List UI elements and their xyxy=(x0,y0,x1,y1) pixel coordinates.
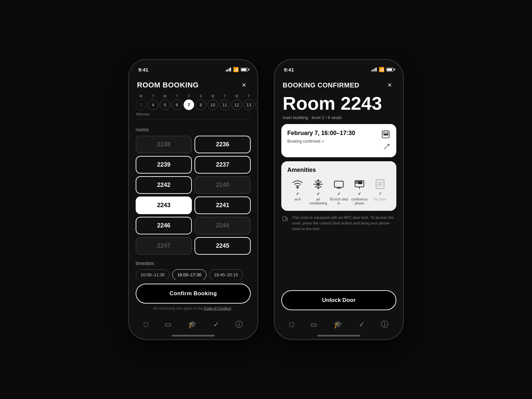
timeslot-18-45-20-15[interactable]: 18:45–20:15 xyxy=(209,269,243,280)
booking-date: February 7, 16:00–17:30 xyxy=(287,129,355,137)
share-icon[interactable] xyxy=(383,143,390,152)
room-number: Room 2243 xyxy=(283,93,395,114)
left-home-indicator xyxy=(172,335,215,336)
svg-rect-16 xyxy=(334,181,343,187)
room-button-2240: 2240 xyxy=(195,176,251,194)
amenities-title: Amenities xyxy=(287,167,390,174)
calendar-day-3[interactable]: M 3 xyxy=(136,94,146,110)
right-home-indicator xyxy=(317,335,360,336)
battery-icon xyxy=(241,68,248,71)
left-scroll-area[interactable]: rooms 2238223622392237224222402243224122… xyxy=(129,127,257,280)
calendar-day-13[interactable]: T 13 xyxy=(243,94,254,110)
unlock-door-button[interactable]: Unlock Door xyxy=(281,290,396,310)
calendar-icon xyxy=(381,129,390,140)
svg-rect-5 xyxy=(385,134,387,135)
calendar-day-7[interactable]: F 7 xyxy=(184,94,194,110)
svg-point-7 xyxy=(297,187,298,188)
calendar-days: M 3T 4W 5T 6F 7S 8M 10T 11W 12T 13F 14 xyxy=(136,94,251,110)
nfc-text: This room is equipped with an NFC door l… xyxy=(292,215,396,232)
right-tab-info-icon[interactable]: ⓘ xyxy=(381,320,388,330)
nfc-icon xyxy=(281,215,289,225)
amenity-tv: ✓ 65-inch oled tv xyxy=(329,178,349,205)
rooms-label: rooms xyxy=(136,127,251,132)
left-status-time: 9:41 xyxy=(138,67,148,72)
right-battery-icon xyxy=(386,68,394,71)
room-button-2246[interactable]: 2246 xyxy=(136,217,192,234)
left-app-title: ROOM BOOKING xyxy=(137,81,199,89)
room-button-2236[interactable]: 2236 xyxy=(195,136,251,153)
amenities-grid: ✓ wi-fi ✓ air conditioning ✓ 65-inch ole… xyxy=(287,178,390,205)
svg-rect-23 xyxy=(361,182,362,183)
left-phone: 9:41 📶 ROOM BOOKING × M 3T 4W 5T xyxy=(128,59,258,340)
room-button-2237[interactable]: 2237 xyxy=(195,156,251,174)
right-signal-icon xyxy=(371,67,377,71)
calendar-day-11[interactable]: T 11 xyxy=(219,94,230,110)
tab-book-icon[interactable]: 🎓 xyxy=(188,320,197,329)
calendar-day-10[interactable]: M 10 xyxy=(207,94,218,110)
svg-rect-33 xyxy=(283,216,286,221)
left-status-bar: 9:41 📶 xyxy=(129,60,257,74)
left-close-button[interactable]: × xyxy=(239,80,249,90)
terms-text: By continuing you agree to the Code of C… xyxy=(136,306,251,310)
room-button-2247: 2247 xyxy=(136,237,192,255)
timeslot-10-00-11-30[interactable]: 10:00–11:30 xyxy=(136,269,170,280)
amenity-wifi: ✓ wi-fi xyxy=(287,178,308,201)
room-button-2241[interactable]: 2241 xyxy=(195,197,251,214)
right-close-button[interactable]: × xyxy=(384,80,395,90)
svg-rect-6 xyxy=(387,134,388,135)
right-status-time: 9:41 xyxy=(284,67,294,72)
room-button-2244: 2244 xyxy=(195,217,251,234)
calendar-day-4[interactable]: T 4 xyxy=(148,94,158,110)
right-tab-check-icon[interactable]: ✓ xyxy=(359,320,365,329)
calendar-divider xyxy=(136,119,251,120)
svg-rect-25 xyxy=(360,183,361,184)
calendar-day-6[interactable]: T 6 xyxy=(172,94,182,110)
right-tab-home-icon[interactable]: □ xyxy=(289,320,294,329)
room-subtitle: main building · level 2 / 6 seats xyxy=(283,115,395,120)
left-status-icons: 📶 xyxy=(226,67,248,72)
tab-browser-icon[interactable]: ▭ xyxy=(165,320,172,329)
month-label: february xyxy=(136,112,251,116)
room-button-2239[interactable]: 2239 xyxy=(136,156,192,174)
confirm-booking-button[interactable]: Confirm Booking xyxy=(136,284,251,304)
left-bottom-area: Confirm Booking By continuing you agree … xyxy=(129,280,257,313)
right-tab-book-icon[interactable]: 🎓 xyxy=(333,320,342,329)
code-of-conduct-link[interactable]: Code of Conduct xyxy=(203,306,231,310)
room-button-2242[interactable]: 2242 xyxy=(136,176,192,194)
right-app-header: BOOKING CONFIRMED × xyxy=(275,74,403,90)
tab-check-icon[interactable]: ✓ xyxy=(213,320,219,329)
timeslots-row: 10:00–11:3016:00–17:3018:45–20:15 xyxy=(136,269,251,280)
right-tab-bar: □ ▭ 🎓 ✓ ⓘ xyxy=(275,313,403,333)
room-button-2245[interactable]: 2245 xyxy=(195,237,251,255)
calendar-day-12[interactable]: W 12 xyxy=(231,94,242,110)
right-status-bar: 9:41 📶 xyxy=(275,60,403,74)
signal-icon xyxy=(226,67,231,71)
svg-rect-24 xyxy=(358,183,359,184)
right-app-title: BOOKING CONFIRMED xyxy=(283,81,359,89)
amenity-chart: ✗ flip chart xyxy=(370,178,390,201)
calendar-day-14[interactable]: F 14 xyxy=(255,94,258,110)
svg-rect-22 xyxy=(360,182,361,183)
svg-rect-4 xyxy=(384,134,385,135)
calendar-day-8[interactable]: S 8 xyxy=(196,94,206,110)
room-button-2243[interactable]: 2243 xyxy=(136,197,192,214)
right-phone: 9:41 📶 BOOKING CONFIRMED × Room 2243 xyxy=(274,59,404,340)
calendar-day-5[interactable]: W 5 xyxy=(160,94,170,110)
tv-amenity-icon xyxy=(333,178,344,190)
svg-rect-20 xyxy=(356,182,358,183)
room-button-2238: 2238 xyxy=(136,136,192,153)
right-status-icons: 📶 xyxy=(371,67,394,72)
wifi-amenity-icon xyxy=(292,178,303,190)
right-bottom-area: Unlock Door xyxy=(275,286,403,313)
right-scroll[interactable]: BOOKING CONFIRMED × Room 2243 main build… xyxy=(275,74,403,286)
left-tab-bar: □ ▭ 🎓 ✓ ⓘ xyxy=(129,313,257,333)
screen-container: 9:41 📶 ROOM BOOKING × M 3T 4W 5T xyxy=(115,46,417,353)
booking-card: February 7, 16:00–17:30 Booking confirme… xyxy=(281,124,396,157)
wifi-status-icon: 📶 xyxy=(233,67,239,72)
phone-amenity-icon xyxy=(354,178,365,190)
right-tab-browser-icon[interactable]: ▭ xyxy=(310,320,317,329)
tab-info-icon[interactable]: ⓘ xyxy=(235,320,243,330)
booking-confirmed-check: Booking confirmed ✓ xyxy=(287,139,355,144)
timeslot-16-00-17-30[interactable]: 16:00–17:30 xyxy=(172,269,206,280)
tab-home-icon[interactable]: □ xyxy=(144,320,148,329)
